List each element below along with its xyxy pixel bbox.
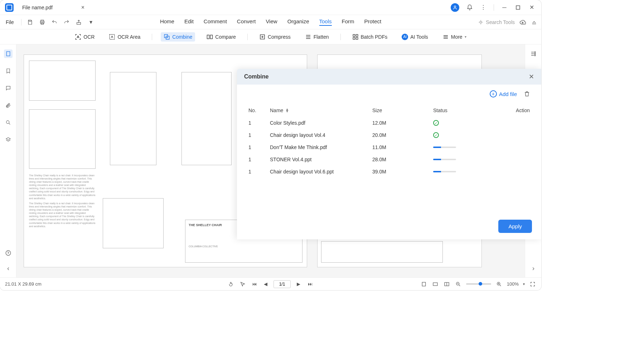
cell-status: ✓ [433, 120, 505, 126]
combine-button[interactable]: Combine [161, 32, 195, 42]
ocr-button[interactable]: OCR [72, 32, 97, 42]
file-table: No. Name ▲▼ Size Status Action 1Color St… [237, 101, 541, 181]
search-icon[interactable] [4, 118, 13, 127]
compress-button[interactable]: Compress [256, 32, 294, 42]
more-icon [442, 34, 449, 40]
zoom-slider[interactable] [466, 283, 491, 285]
titlebar: File name.pdf × ⋮ ─ ✕ [0, 0, 541, 15]
table-header: No. Name ▲▼ Size Status Action [248, 104, 530, 117]
table-row[interactable]: 1Chair design layout Vol.6.ppt39.0M [248, 166, 530, 178]
more-menu-icon[interactable]: ⋮ [480, 4, 486, 11]
properties-icon[interactable] [529, 49, 538, 58]
search-tools[interactable]: Search Tools [478, 19, 515, 25]
page-input[interactable] [273, 280, 291, 288]
fullscreen-icon[interactable] [529, 281, 536, 288]
tab-protect[interactable]: Protect [364, 18, 382, 26]
table-row[interactable]: 1Chair design layout Vol.420.0M✓ [248, 129, 530, 141]
tab-tools[interactable]: Tools [319, 18, 332, 26]
add-file-button[interactable]: + Add file [490, 90, 517, 97]
cloud-upload-icon[interactable] [519, 19, 526, 26]
bookmarks-icon[interactable] [4, 67, 13, 75]
cell-size: 39.0M [372, 169, 433, 175]
fit-width-icon[interactable] [420, 281, 427, 288]
delete-all-icon[interactable] [523, 90, 531, 98]
document-tab[interactable]: File name.pdf × [18, 3, 89, 12]
table-row[interactable]: 1STONER Vol.4.ppt28.0M [248, 153, 530, 166]
batch-icon [352, 34, 359, 40]
comments-icon[interactable] [4, 84, 13, 92]
select-tool-icon[interactable] [239, 281, 246, 288]
table-row[interactable]: 1Don'T Make Me Think.pdf11.0M [248, 141, 530, 153]
page-dimensions: 21.01 X 29.69 cm [5, 281, 42, 287]
tab-edit[interactable]: Edit [184, 18, 194, 26]
svg-rect-14 [356, 34, 358, 36]
cell-no: 1 [248, 169, 270, 175]
ocr-area-icon [109, 34, 115, 40]
hand-tool-icon[interactable] [228, 281, 235, 288]
panel-close-icon[interactable]: ✕ [529, 73, 534, 81]
collapse-right-icon[interactable] [529, 264, 538, 273]
tab-convert[interactable]: Convert [237, 18, 256, 26]
tab-comment[interactable]: Comment [204, 18, 227, 26]
zoom-dropdown-icon[interactable]: ▾ [523, 282, 525, 286]
cell-no: 1 [248, 120, 270, 126]
file-menu[interactable]: File [4, 19, 16, 25]
user-avatar-icon[interactable] [451, 3, 459, 12]
close-tab-icon[interactable]: × [81, 4, 84, 11]
status-ok-icon: ✓ [433, 120, 439, 126]
compare-icon [207, 34, 213, 40]
last-page-icon[interactable]: ⏭ [306, 281, 314, 288]
svg-rect-15 [353, 37, 355, 39]
compare-button[interactable]: Compare [204, 32, 239, 42]
save-icon[interactable] [26, 19, 34, 26]
share-icon[interactable] [75, 19, 82, 26]
first-page-icon[interactable]: ⏮ [251, 281, 258, 288]
undo-icon[interactable] [51, 19, 58, 26]
svg-rect-10 [207, 35, 209, 39]
combine-icon [164, 34, 170, 40]
zoom-out-icon[interactable] [455, 281, 462, 288]
maximize-icon[interactable] [515, 4, 521, 11]
layers-icon[interactable] [4, 135, 13, 144]
collapse-ribbon-icon[interactable] [531, 19, 538, 26]
compress-icon [259, 34, 266, 40]
collapse-left-icon[interactable] [4, 264, 13, 273]
notifications-icon[interactable] [466, 4, 473, 11]
svg-point-19 [6, 250, 11, 255]
sort-icon[interactable]: ▲▼ [285, 108, 289, 113]
close-window-icon[interactable]: ✕ [528, 4, 535, 11]
ai-tools-button[interactable]: AI AI Tools [399, 32, 431, 42]
tab-form[interactable]: Form [342, 18, 354, 26]
header-name[interactable]: Name ▲▼ [270, 108, 372, 113]
prev-page-icon[interactable]: ◀ [262, 281, 269, 288]
tab-organize[interactable]: Organize [287, 18, 309, 26]
app-logo-icon [5, 3, 14, 12]
sparkle-icon [478, 19, 484, 25]
zoom-slider-thumb[interactable] [479, 282, 482, 286]
batch-pdfs-button[interactable]: Batch PDFs [349, 32, 391, 42]
table-row[interactable]: 1Color Styles.pdf12.0M✓ [248, 117, 530, 129]
status-ok-icon: ✓ [433, 132, 439, 138]
help-icon[interactable] [4, 249, 13, 257]
thumbnails-icon[interactable] [4, 49, 13, 58]
redo-icon[interactable] [63, 19, 70, 26]
reading-mode-icon[interactable] [443, 281, 450, 288]
attachments-icon[interactable] [4, 101, 13, 110]
more-button[interactable]: More ▾ [440, 32, 469, 42]
cell-no: 1 [248, 157, 270, 162]
apply-button[interactable]: Apply [498, 220, 532, 233]
svg-rect-17 [6, 52, 10, 56]
dropdown-icon[interactable]: ▾ [87, 19, 95, 26]
tab-view[interactable]: View [266, 18, 277, 26]
minimize-icon[interactable]: ─ [501, 4, 508, 11]
next-page-icon[interactable]: ▶ [295, 281, 302, 288]
flatten-icon [305, 34, 311, 40]
flatten-button[interactable]: Flatten [302, 32, 332, 42]
fit-page-icon[interactable] [432, 281, 439, 288]
print-icon[interactable] [39, 19, 46, 26]
svg-point-22 [534, 55, 536, 56]
cell-size: 28.0M [372, 157, 433, 162]
tab-home[interactable]: Home [160, 18, 174, 26]
ocr-area-button[interactable]: OCR Area [106, 32, 143, 42]
zoom-in-icon[interactable] [495, 281, 503, 288]
